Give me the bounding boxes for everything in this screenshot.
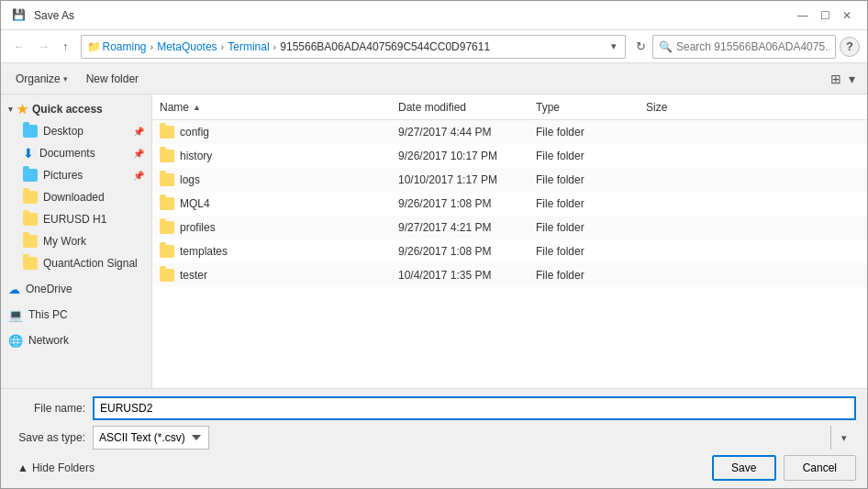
col-header-name[interactable]: Name ▲ xyxy=(160,101,398,114)
row-folder-icon xyxy=(160,150,174,162)
sidebar-quantaction-label: QuantAction Signal xyxy=(43,257,138,270)
minimize-button[interactable]: — xyxy=(794,6,812,25)
search-input[interactable] xyxy=(676,40,829,53)
search-icon: 🔍 xyxy=(659,40,673,53)
table-row[interactable]: tester 10/4/2017 1:35 PM File folder xyxy=(152,263,867,287)
sidebar-thispc-label: This PC xyxy=(28,308,68,321)
sidebar-item-eurusd[interactable]: EURUSD H1 xyxy=(1,208,151,230)
breadcrumb-current: 915566BA06ADA407569C544CC0D97611 xyxy=(280,40,490,53)
sidebar-item-pictures[interactable]: Pictures 📌 xyxy=(1,164,151,186)
sort-icon: ▲ xyxy=(193,103,201,112)
organize-dropdown-icon: ▾ xyxy=(63,74,68,83)
filetype-select[interactable]: ASCII Text (*.csv) xyxy=(93,426,209,450)
downloaded-folder-icon xyxy=(23,191,38,204)
action-buttons: Save Cancel xyxy=(712,455,856,481)
desktop-folder-icon xyxy=(23,125,38,138)
pictures-folder-icon xyxy=(23,169,38,182)
filetype-label: Save as type: xyxy=(12,431,85,444)
view-dropdown-button[interactable]: ▾ xyxy=(846,69,858,89)
row-folder-icon xyxy=(160,173,174,186)
filename-row: File name: xyxy=(12,396,856,420)
window-title: Save As xyxy=(34,9,74,22)
documents-icon: ⬇ xyxy=(23,146,34,161)
sidebar-item-desktop[interactable]: Desktop 📌 xyxy=(1,120,151,142)
sep3: › xyxy=(273,41,277,52)
forward-button[interactable]: → xyxy=(33,37,54,56)
sep1: › xyxy=(150,41,154,52)
sidebar-quick-access-label: Quick access xyxy=(32,103,103,116)
filetype-dropdown-icon: ▾ xyxy=(830,426,856,450)
sidebar-eurusd-label: EURUSD H1 xyxy=(43,213,106,226)
row-folder-icon xyxy=(160,269,174,282)
address-toolbar: ← → ↑ 📁 Roaming › MetaQuotes › Terminal … xyxy=(1,30,867,63)
window-icon: 💾 xyxy=(12,8,27,23)
sidebar-onedrive-label: OneDrive xyxy=(26,283,72,295)
title-bar: 💾 Save As — ☐ ✕ xyxy=(1,1,867,30)
mywork-folder-icon xyxy=(23,235,38,248)
hide-folders-button[interactable]: ▲ Hide Folders xyxy=(12,458,100,478)
sidebar-item-documents[interactable]: ⬇ Documents 📌 xyxy=(1,142,151,164)
search-box[interactable]: 🔍 xyxy=(652,35,836,59)
refresh-button[interactable]: ↻ xyxy=(633,37,649,56)
back-button[interactable]: ← xyxy=(8,37,29,56)
sidebar-item-onedrive[interactable]: ☁ OneDrive xyxy=(1,278,151,300)
col-header-size[interactable]: Size xyxy=(646,101,719,114)
filename-input[interactable] xyxy=(93,396,856,420)
close-button[interactable]: ✕ xyxy=(838,6,856,25)
filetype-row: Save as type: ASCII Text (*.csv) ▾ xyxy=(12,426,856,450)
thispc-icon: 💻 xyxy=(8,308,23,322)
row-folder-icon xyxy=(160,245,174,258)
sidebar-downloaded-label: Downloaded xyxy=(43,191,105,204)
sidebar-documents-label: Documents xyxy=(39,147,95,160)
bottom-buttons-row: ▲ Hide Folders Save Cancel xyxy=(12,455,856,481)
col-header-type[interactable]: Type xyxy=(536,101,646,114)
breadcrumb-roaming[interactable]: 📁 Roaming xyxy=(87,40,147,53)
table-row[interactable]: config 9/27/2017 4:44 PM File folder xyxy=(152,120,867,144)
sidebar-quick-access-header[interactable]: ▾ ★ Quick access xyxy=(1,98,151,120)
sidebar: ▾ ★ Quick access Desktop 📌 ⬇ Documents 📌 xyxy=(1,94,152,388)
breadcrumb-metaquotes[interactable]: MetaQuotes xyxy=(157,40,217,53)
table-row[interactable]: profiles 9/27/2017 4:21 PM File folder xyxy=(152,216,867,239)
pictures-pin-icon: 📌 xyxy=(133,171,144,181)
col-header-modified[interactable]: Date modified xyxy=(398,101,536,114)
documents-pin-icon: 📌 xyxy=(133,149,144,159)
view-toggle-button[interactable]: ⊞ xyxy=(828,69,844,89)
breadcrumb-terminal[interactable]: Terminal xyxy=(228,40,269,53)
table-row[interactable]: history 9/26/2017 10:17 PM File folder xyxy=(152,144,867,168)
hide-folders-chevron-icon: ▲ xyxy=(17,461,28,474)
quantaction-folder-icon xyxy=(23,257,38,270)
maximize-button[interactable]: ☐ xyxy=(816,6,834,25)
sidebar-item-downloaded[interactable]: Downloaded xyxy=(1,186,151,208)
file-list-header: Name ▲ Date modified Type Size xyxy=(152,94,867,120)
eurusd-folder-icon xyxy=(23,213,38,226)
sep2: › xyxy=(221,41,225,52)
save-button[interactable]: Save xyxy=(712,455,776,481)
sidebar-item-thispc[interactable]: 💻 This PC xyxy=(1,304,151,326)
sidebar-item-mywork[interactable]: My Work xyxy=(1,230,151,252)
filename-label: File name: xyxy=(12,402,85,415)
sidebar-item-network[interactable]: 🌐 Network xyxy=(1,329,151,351)
row-folder-icon xyxy=(160,221,174,234)
folder-icon: 📁 xyxy=(87,40,101,53)
sidebar-mywork-label: My Work xyxy=(43,235,86,248)
file-list: Name ▲ Date modified Type Size config xyxy=(152,94,867,388)
cancel-button[interactable]: Cancel xyxy=(784,455,856,481)
help-button[interactable]: ? xyxy=(840,37,860,57)
organize-button[interactable]: Organize ▾ xyxy=(10,71,73,87)
sidebar-item-quantaction[interactable]: QuantAction Signal xyxy=(1,252,151,274)
new-folder-button[interactable]: New folder xyxy=(81,71,144,87)
content-toolbar: Organize ▾ New folder ⊞ ▾ xyxy=(1,63,867,94)
table-row[interactable]: MQL4 9/26/2017 1:08 PM File folder xyxy=(152,192,867,216)
sidebar-pictures-label: Pictures xyxy=(43,169,83,182)
table-row[interactable]: logs 10/10/2017 1:17 PM File folder xyxy=(152,168,867,192)
sidebar-network-label: Network xyxy=(28,334,69,347)
up-button[interactable]: ↑ xyxy=(58,37,73,56)
table-row[interactable]: templates 9/26/2017 1:08 PM File folder xyxy=(152,239,867,263)
address-dropdown-button[interactable]: ▾ xyxy=(608,40,619,52)
row-folder-icon xyxy=(160,197,174,210)
onedrive-icon: ☁ xyxy=(8,283,20,296)
row-folder-icon xyxy=(160,126,174,139)
sidebar-desktop-label: Desktop xyxy=(43,125,83,138)
address-bar[interactable]: 📁 Roaming › MetaQuotes › Terminal › 9155… xyxy=(81,35,627,59)
view-options: ⊞ ▾ xyxy=(828,69,858,89)
